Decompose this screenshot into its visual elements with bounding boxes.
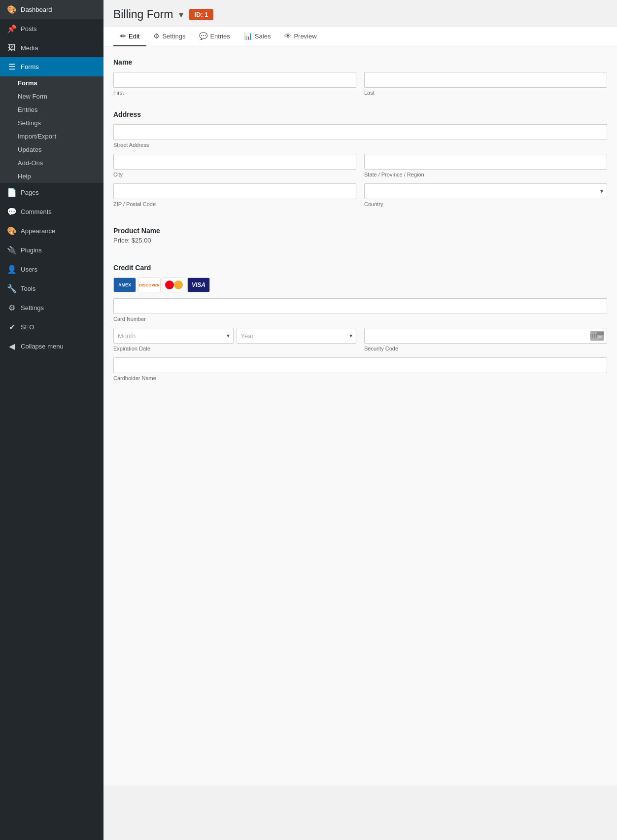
sidebar-item-users[interactable]: 👤 Users xyxy=(0,260,103,279)
plugins-icon: 🔌 xyxy=(7,245,17,255)
dashboard-icon: 🎨 xyxy=(7,5,17,14)
submenu-item-new-form[interactable]: New Form xyxy=(0,90,103,103)
users-icon: 👤 xyxy=(7,265,17,274)
card-number-sublabel: Card Number xyxy=(113,316,607,322)
cardholder-row: Cardholder Name xyxy=(113,357,607,381)
submenu-item-settings[interactable]: Settings xyxy=(0,116,103,130)
zip-input[interactable] xyxy=(113,183,356,199)
sidebar-item-label: Media xyxy=(21,44,38,52)
svg-rect-0 xyxy=(597,332,604,335)
last-name-input[interactable] xyxy=(364,72,607,88)
tab-sales-label: Sales xyxy=(255,33,271,40)
sidebar-item-label: Collapse menu xyxy=(21,343,64,350)
pages-icon: 📄 xyxy=(7,188,17,197)
country-select[interactable]: United States United Kingdom xyxy=(364,183,607,199)
submenu-item-forms[interactable]: Forms xyxy=(0,76,103,90)
sidebar-item-appearance[interactable]: 🎨 Appearance xyxy=(0,221,103,241)
collapse-icon: ◀ xyxy=(7,342,17,351)
sidebar-item-settings[interactable]: ⚙ Settings xyxy=(0,298,103,317)
tab-entries[interactable]: 💬 Entries xyxy=(192,27,237,46)
amex-icon: AMEX xyxy=(113,278,136,292)
sidebar-item-label: SEO xyxy=(21,323,34,331)
title-dropdown-button[interactable]: ▾ xyxy=(179,9,183,20)
sidebar: 🎨 Dashboard 📌 Posts 🖼 Media ☰ Forms Form… xyxy=(0,0,103,840)
sidebar-item-tools[interactable]: 🔧 Tools xyxy=(0,279,103,298)
form-title: Billing Form xyxy=(113,8,173,21)
street-input[interactable] xyxy=(113,124,607,140)
mastercard-icon xyxy=(163,278,185,292)
product-section: Product Name Price: $25.00 xyxy=(113,222,607,249)
cvv-icon-svg xyxy=(597,332,604,339)
page-header: Billing Form ▾ ID: 1 xyxy=(103,0,617,21)
sidebar-item-seo[interactable]: ✔ SEO xyxy=(0,317,103,337)
last-name-group: Last xyxy=(364,72,607,96)
appearance-icon: 🎨 xyxy=(7,226,17,236)
sidebar-item-dashboard[interactable]: 🎨 Dashboard xyxy=(0,0,103,19)
month-select[interactable]: Month 01 - January 02 - February 03 - Ma… xyxy=(113,328,234,344)
tab-preview-label: Preview xyxy=(294,33,316,40)
security-sublabel: Security Code xyxy=(364,346,607,351)
tab-settings[interactable]: ⚙ Settings xyxy=(146,27,192,46)
sidebar-item-label: Settings xyxy=(21,304,44,312)
state-input[interactable] xyxy=(364,154,607,170)
city-group: City xyxy=(113,154,356,177)
name-section: Name First Last xyxy=(113,58,607,96)
tools-icon: 🔧 xyxy=(7,284,17,293)
product-price-label: Price: $25.00 xyxy=(113,237,607,244)
sidebar-item-comments[interactable]: 💬 Comments xyxy=(0,202,103,221)
tab-edit[interactable]: ✏ Edit xyxy=(113,27,146,46)
sidebar-item-pages[interactable]: 📄 Pages xyxy=(0,183,103,202)
product-name-label: Product Name xyxy=(113,227,607,235)
sidebar-item-label: Posts xyxy=(21,25,37,33)
media-icon: 🖼 xyxy=(7,43,17,52)
submenu-item-import-export[interactable]: Import/Export xyxy=(0,130,103,143)
first-name-group: First xyxy=(113,72,356,96)
mc-circles xyxy=(163,278,185,292)
expiry-sublabel: Expiration Date xyxy=(113,346,356,351)
discover-icon: DISCOVER xyxy=(138,278,161,292)
tab-edit-label: Edit xyxy=(129,33,139,40)
settings-tab-icon: ⚙ xyxy=(153,32,160,40)
state-group: State / Province / Region xyxy=(364,154,607,177)
svg-rect-1 xyxy=(598,336,602,338)
security-code-input[interactable] xyxy=(364,328,607,344)
forms-submenu: Forms New Form Entries Settings Import/E… xyxy=(0,76,103,183)
sidebar-item-label: Appearance xyxy=(21,227,55,235)
card-number-input[interactable] xyxy=(113,298,607,314)
city-sublabel: City xyxy=(113,172,356,177)
sidebar-item-label: Dashboard xyxy=(21,6,52,13)
tab-bar: ✏ Edit ⚙ Settings 💬 Entries 📊 Sales 👁 Pr… xyxy=(103,27,617,46)
tab-entries-label: Entries xyxy=(210,33,230,40)
mc-right-circle xyxy=(174,280,183,289)
sidebar-item-posts[interactable]: 📌 Posts xyxy=(0,19,103,38)
submenu-item-help[interactable]: Help xyxy=(0,170,103,183)
submenu-item-add-ons[interactable]: Add-Ons xyxy=(0,156,103,170)
submenu-item-entries[interactable]: Entries xyxy=(0,103,103,116)
first-name-input[interactable] xyxy=(113,72,356,88)
tab-sales[interactable]: 📊 Sales xyxy=(237,27,278,46)
street-sublabel: Street Address xyxy=(113,142,607,148)
seo-icon: ✔ xyxy=(7,322,17,332)
street-group: Street Address xyxy=(113,124,607,148)
country-sublabel: Country xyxy=(364,201,607,207)
zip-group: ZIP / Postal Code xyxy=(113,183,356,207)
sidebar-item-forms[interactable]: ☰ Forms xyxy=(0,57,103,76)
sidebar-item-label: Plugins xyxy=(21,246,42,254)
expiry-security-row: Month 01 - January 02 - February 03 - Ma… xyxy=(113,328,607,351)
sidebar-item-media[interactable]: 🖼 Media xyxy=(0,38,103,57)
sidebar-item-collapse[interactable]: ◀ Collapse menu xyxy=(0,337,103,356)
submenu-item-updates[interactable]: Updates xyxy=(0,143,103,156)
city-input[interactable] xyxy=(113,154,356,170)
cardholder-group: Cardholder Name xyxy=(113,357,607,381)
tab-preview[interactable]: 👁 Preview xyxy=(277,27,323,46)
sidebar-item-label: Tools xyxy=(21,285,35,292)
form-id-badge: ID: 1 xyxy=(189,9,213,20)
sidebar-item-plugins[interactable]: 🔌 Plugins xyxy=(0,241,103,260)
cardholder-name-input[interactable] xyxy=(113,357,607,373)
form-edit-area: Name First Last Address Street Address xyxy=(103,46,617,786)
main-content: Billing Form ▾ ID: 1 ✏ Edit ⚙ Settings 💬… xyxy=(103,0,617,840)
sidebar-item-label: Forms xyxy=(21,63,39,70)
sales-tab-icon: 📊 xyxy=(244,32,252,40)
year-select[interactable]: Year 2024 2025 2026 xyxy=(237,328,357,344)
sidebar-item-label: Comments xyxy=(21,208,52,215)
